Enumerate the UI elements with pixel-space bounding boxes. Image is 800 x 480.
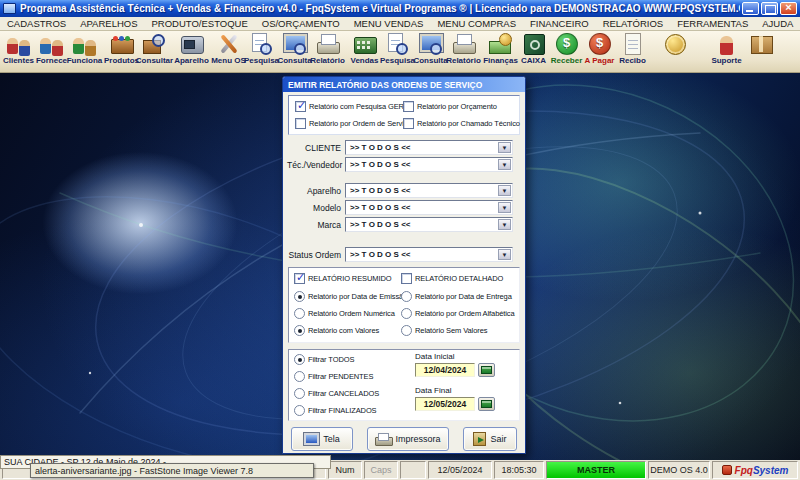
marca-row: Marca >> T O D O S << ▼	[287, 217, 513, 232]
chevron-down-icon[interactable]: ▼	[498, 185, 511, 196]
menu-item-produto-estoque[interactable]: PRODUTO/ESTOQUE	[145, 17, 255, 30]
minimize-button[interactable]	[742, 2, 759, 15]
menu-bar: CADASTROS APARELHOS PRODUTO/ESTOQUE OS/O…	[0, 17, 800, 31]
toolbar-button-label: Clientes	[3, 56, 34, 65]
toolbar-button-label: Consulta	[413, 56, 447, 65]
option-relatorio-detalhado[interactable]: RELATÓRIO DETALHADO	[401, 273, 503, 284]
sair-button[interactable]: Sair	[463, 427, 517, 451]
toolbar-button-suporte[interactable]: Suporte	[710, 32, 743, 72]
radio-filtrar-todos[interactable]: Filtrar TODOS	[294, 354, 354, 365]
menu-item-menu-compras[interactable]: MENU COMPRAS	[430, 17, 523, 30]
menu-item-menu-vendas[interactable]: MENU VENDAS	[347, 17, 431, 30]
option-por-ordem-servico[interactable]: Relatório por Ordem de Serviço	[295, 118, 411, 129]
toolbar-button-os-consulta[interactable]: Consulta	[278, 32, 311, 72]
cliente-dropdown[interactable]: >> T O D O S << ▼	[345, 140, 513, 155]
toolbar-button-os-relatorio[interactable]: Relatório	[311, 32, 344, 72]
support-person-icon	[714, 32, 739, 56]
brand-text: FpqSystem	[735, 465, 789, 476]
toolbar-button-vendas-pesquisa[interactable]: Pesquisa	[381, 32, 414, 72]
chevron-down-icon[interactable]: ▼	[498, 159, 511, 170]
toolbar-button-moeda[interactable]	[659, 32, 692, 72]
chevron-down-icon[interactable]: ▼	[498, 142, 511, 153]
toolbar-button-pacote[interactable]	[745, 32, 778, 72]
toolbar-button-label: Pesquisa	[380, 56, 415, 65]
option-label: Relatório por Ordem de Serviço	[309, 119, 411, 128]
sales-register-icon	[352, 32, 377, 56]
menu-item-ferramentas[interactable]: FERRAMENTAS	[670, 17, 755, 30]
menu-item-relatorios[interactable]: RELATÓRIOS	[596, 17, 671, 30]
chevron-down-icon[interactable]: ▼	[498, 202, 511, 213]
sales-search-icon	[385, 32, 410, 56]
toolbar-button-menu-os[interactable]: Menu OS	[212, 32, 245, 72]
radio-filtrar-finalizados[interactable]: Filtrar FINALIZADOS	[294, 405, 377, 416]
status-filter-panel: Filtrar TODOS Filtrar PENDENTES Filtrar …	[288, 349, 520, 421]
product-search-icon	[142, 32, 167, 56]
cliente-value: >> T O D O S <<	[350, 143, 410, 152]
option-por-orcamento[interactable]: Relatório por Orçamento	[403, 101, 497, 112]
radio-por-data-entrega[interactable]: Relatório por Data de Entrega	[401, 291, 512, 302]
toolbar-button-receber[interactable]: Receber	[550, 32, 583, 72]
clients-icon	[6, 32, 31, 56]
toolbar-button-a-pagar[interactable]: A Pagar	[583, 32, 616, 72]
menu-item-ajuda[interactable]: AJUDA	[755, 17, 800, 30]
chevron-down-icon[interactable]: ▼	[498, 249, 511, 260]
option-label: RELATÓRIO RESUMIDO	[308, 274, 392, 283]
toolbar-button-fornecedores[interactable]: Fornece	[35, 32, 68, 72]
toolbar-button-caixa[interactable]: CAIXA	[517, 32, 550, 72]
radio-icon	[294, 388, 305, 399]
option-pesquisa-geral[interactable]: Relatório com Pesquisa GERAL	[295, 101, 413, 112]
data-final-field[interactable]: 12/05/2024	[415, 397, 475, 411]
toolbar-button-funcionarios[interactable]: Funciona	[68, 32, 101, 72]
checkbox-icon	[295, 118, 306, 129]
toolbar-button-label: CAIXA	[521, 56, 546, 65]
toolbar-button-vendas-consulta[interactable]: Consulta	[414, 32, 447, 72]
status-ordem-label: Status Ordem	[287, 250, 345, 260]
radio-filtrar-pendentes[interactable]: Filtrar PENDENTES	[294, 371, 373, 382]
toolbar-button-label: Consulta	[277, 56, 311, 65]
radio-sem-valores[interactable]: Relatório Sem Valores	[401, 325, 487, 336]
menu-item-aparelhos[interactable]: APARELHOS	[73, 17, 144, 30]
tecnico-vendedor-dropdown[interactable]: >> T O D O S << ▼	[345, 157, 513, 172]
radio-por-data-emissao[interactable]: Relatório por Data de Emissão	[294, 291, 407, 302]
impressora-button[interactable]: Impressora	[367, 427, 449, 451]
report-dialog: EMITIR RELATÓRIO DAS ORDENS DE SERVIÇO R…	[282, 76, 526, 454]
data-inicial-calendar-button[interactable]	[478, 363, 495, 377]
marca-dropdown[interactable]: >> T O D O S << ▼	[345, 217, 513, 232]
menu-item-financeiro[interactable]: FINANCEIRO	[523, 17, 596, 30]
data-final-calendar-button[interactable]	[478, 397, 495, 411]
toolbar-button-consultar[interactable]: Consultar	[138, 32, 171, 72]
option-label: RELATÓRIO DETALHADO	[415, 274, 503, 283]
toolbar-button-vendas-relatorio[interactable]: Relatório	[447, 32, 480, 72]
close-button[interactable]	[780, 2, 797, 15]
radio-icon	[294, 371, 305, 382]
os-search-icon	[249, 32, 274, 56]
toolbar-button-recibo[interactable]: Recibo	[616, 32, 649, 72]
chevron-down-icon[interactable]: ▼	[498, 219, 511, 230]
status-ordem-dropdown[interactable]: >> T O D O S << ▼	[345, 247, 513, 262]
aparelho-dropdown[interactable]: >> T O D O S << ▼	[345, 183, 513, 198]
toolbar-button-clientes[interactable]: Clientes	[2, 32, 35, 72]
tela-button[interactable]: Tela	[291, 427, 353, 451]
data-inicial-field[interactable]: 12/04/2024	[415, 363, 475, 377]
checkbox-icon	[403, 101, 414, 112]
menu-item-os-orcamento[interactable]: OS/ORÇAMENTO	[255, 17, 347, 30]
toolbar: Clientes Fornece Funciona Produtos Consu…	[0, 31, 800, 73]
radio-ordem-alfabetica[interactable]: Relatório por Ordem Alfabética	[401, 308, 515, 319]
option-relatorio-resumido[interactable]: RELATÓRIO RESUMIDO	[294, 273, 392, 284]
modelo-dropdown[interactable]: >> T O D O S << ▼	[345, 200, 513, 215]
radio-filtrar-cancelados[interactable]: Filtrar CANCELADOS	[294, 388, 379, 399]
modelo-row: Modelo >> T O D O S << ▼	[287, 200, 513, 215]
option-por-chamado-tecnico[interactable]: Relatório por Chamado Técnico	[403, 118, 520, 129]
toolbar-button-produtos[interactable]: Produtos	[105, 32, 138, 72]
radio-icon	[294, 405, 305, 416]
toolbar-button-os-pesquisa[interactable]: Pesquisa	[245, 32, 278, 72]
toolbar-button-vendas[interactable]: Vendas	[348, 32, 381, 72]
menu-item-cadastros[interactable]: CADASTROS	[0, 17, 73, 30]
toolbar-button-aparelho[interactable]: Aparelho	[175, 32, 208, 72]
toolbar-button-financas[interactable]: Finanças	[484, 32, 517, 72]
radio-ordem-numerica[interactable]: Relatório Ordem Numérica	[294, 308, 395, 319]
radio-com-valores[interactable]: Relatório com Valores	[294, 325, 379, 336]
tecnico-vendedor-row: Téc./Vendedor >> T O D O S << ▼	[287, 157, 513, 172]
statusbar-date: 12/05/2024	[428, 461, 492, 479]
maximize-button[interactable]	[761, 2, 778, 15]
